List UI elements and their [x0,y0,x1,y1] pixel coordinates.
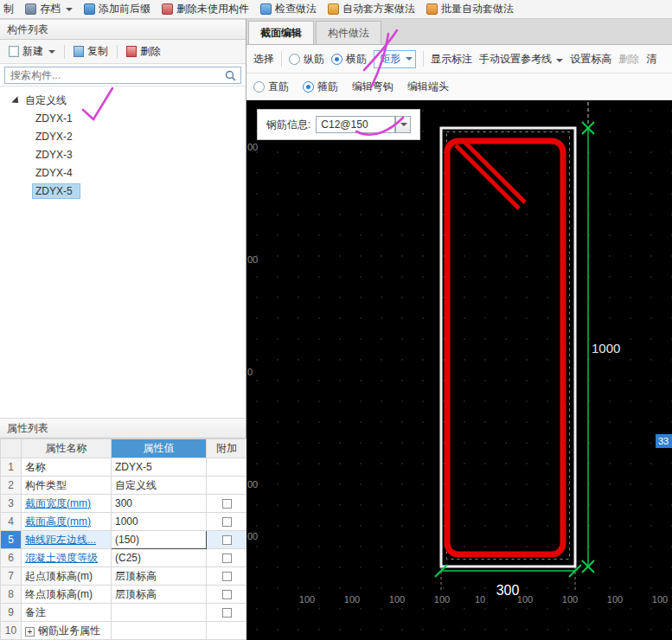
table-row[interactable]: 3 截面宽度(mm) 300 [1,495,247,513]
table-row[interactable]: 10 钢筋业务属性 [1,622,247,640]
ruler-label-left: 00 [247,142,258,152]
editor-toolbar-row1: 选择 纵筋 横筋 矩形 显示标注 手动设置参考线 [246,45,672,74]
show-annotation-button[interactable]: 显示标注 [431,52,472,67]
table-row[interactable]: 4 截面高度(mm) 1000 [1,513,247,531]
checkbox[interactable] [222,499,232,509]
delete-button[interactable]: 删除 [123,42,164,61]
tree-item-zdyx1[interactable]: ZDYX-1 [0,110,246,128]
row-number: 1 [1,458,22,477]
row-number: 2 [1,477,22,495]
toolbar-label: 批量自动套做法 [441,2,514,16]
prefix-icon [84,3,95,15]
radio-longitudinal-bar[interactable]: 纵筋 [289,52,324,67]
ruler-label: 10 [475,594,485,605]
tree-item-zdyx3[interactable]: ZDYX-3 [0,146,246,164]
property-name-group[interactable]: 钢筋业务属性 [22,622,112,640]
checkbox[interactable] [222,554,232,563]
archive-button[interactable]: 存档 [25,2,73,16]
ruler-label: 100 [344,594,360,605]
toolbar-label: 自动套方案做法 [342,2,415,16]
radio-selected-icon [303,81,314,93]
row-number: 4 [1,513,22,531]
rebar-info-input[interactable] [316,116,395,133]
ruler-label: 100 [389,594,405,605]
property-name[interactable]: 混凝土强度等级 [22,549,112,567]
checkbox[interactable] [222,608,232,618]
table-row-selected[interactable]: 5 轴线距左边线... (150) [1,531,247,549]
stirrup-hook[interactable] [456,145,519,208]
tree-item-zdyx4[interactable]: ZDYX-4 [0,164,246,182]
property-name[interactable]: 截面高度(mm) [22,513,112,531]
checkbox[interactable] [222,590,232,599]
property-value[interactable]: 自定义线 [112,477,207,495]
drawing-canvas[interactable]: 钢筋信息: [246,100,672,640]
col-extra: 附加 [207,439,247,458]
table-row[interactable]: 6 混凝土强度等级 (C25) [1,549,247,567]
tree-root-custom-line[interactable]: 自定义线 [0,92,246,110]
tree-item-zdyx5[interactable]: ZDYX-5 [0,182,246,201]
dimension-width-label: 300 [496,583,520,598]
stirrup-rebar[interactable] [447,141,563,554]
tab-component-method[interactable]: 构件做法 [316,21,381,44]
property-value[interactable]: 层顶标高 [112,567,207,586]
toolbar-label: 删除未使用构件 [176,2,249,16]
table-row[interactable]: 1 名称 ZDYX-5 [1,458,247,477]
table-row[interactable]: 7 起点顶标高(m) 层顶标高 [1,567,247,586]
manual-reference-line-button[interactable]: 手动设置参考线 [479,52,563,67]
table-row[interactable]: 2 构件类型 自定义线 [1,477,247,495]
search-input[interactable] [4,67,241,84]
edit-hook-button[interactable]: 编辑弯钩 [352,80,394,94]
row-number: 7 [1,567,22,586]
tree-expand-icon[interactable] [11,96,21,106]
column-outline[interactable] [441,128,575,566]
property-value[interactable]: 1000 [112,513,207,531]
property-name: 终点顶标高(m) [22,586,112,604]
table-row[interactable]: 9 备注 [1,604,247,622]
property-name[interactable]: 轴线距左边线... [22,531,112,549]
property-value[interactable]: ZDYX-5 [112,458,207,477]
radio-straight-bar[interactable]: 直筋 [253,80,289,94]
delete-unused-icon [162,3,173,15]
add-prefix-suffix-button[interactable]: 添加前后缀 [84,2,150,16]
toolbar-item-partial[interactable]: 制 [3,2,14,16]
set-elevation-button[interactable]: 设置标高 [570,52,611,67]
copy-button[interactable]: 复制 [70,42,112,61]
property-name[interactable]: 截面宽度(mm) [22,495,112,513]
property-value[interactable]: 层顶标高 [112,586,207,604]
table-row[interactable]: 8 终点顶标高(m) 层顶标高 [1,586,247,604]
checkbox[interactable] [222,535,232,545]
editor-toolbar-row2: 直筋 箍筋 编辑弯钩 编辑端头 [246,74,672,100]
property-value[interactable] [112,604,207,622]
row-number: 10 [1,622,22,640]
section-editor-panel: 截面编辑 构件做法 选择 纵筋 横筋 矩形 显示标注 [246,19,672,640]
row-number: 6 [1,549,22,567]
delete-unused-components-button[interactable]: 删除未使用构件 [162,2,249,16]
corner-header [1,439,22,458]
tab-section-edit[interactable]: 截面编辑 [248,21,314,44]
new-button[interactable]: 新建 [5,42,59,61]
delete-tool-button[interactable]: 删除 [618,52,639,67]
shape-select[interactable]: 矩形 [374,50,416,68]
select-tool-button[interactable]: 选择 [253,52,274,67]
check-method-button[interactable]: 检查做法 [260,2,317,16]
radio-stirrup[interactable]: 箍筋 [303,80,338,94]
edit-end-button[interactable]: 编辑端头 [407,80,449,94]
tree-item-zdyx2[interactable]: ZDYX-2 [0,128,246,146]
rebar-info-dropdown[interactable] [395,116,411,133]
property-value[interactable]: 300 [112,495,207,513]
stirrup-hook[interactable] [462,139,525,202]
property-value-editing[interactable]: (150) [112,531,207,549]
expand-icon[interactable] [25,627,35,637]
checkbox[interactable] [222,517,232,527]
component-list-header: 构件列表 [0,19,246,40]
section-drawing: 1000 300 100 100 100 100 10 100 100 100 … [246,100,672,640]
batch-auto-apply-button[interactable]: 批量自动套做法 [426,2,514,16]
property-value[interactable]: (C25) [112,549,207,567]
clear-tool-button[interactable]: 清 [646,52,656,67]
chevron-down-icon [406,57,413,61]
search-icon[interactable] [225,70,236,81]
separator [423,51,424,67]
radio-transverse-bar[interactable]: 横筋 [331,52,367,67]
auto-apply-scheme-button[interactable]: 自动套方案做法 [328,2,415,16]
checkbox[interactable] [222,572,232,581]
